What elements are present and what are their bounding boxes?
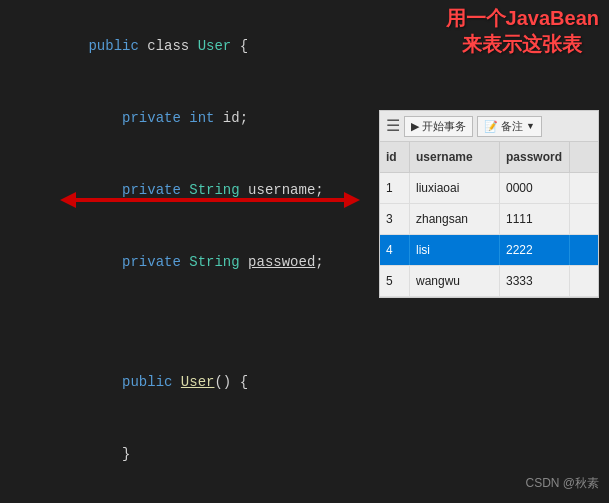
- database-table: ☰ ▶ 开始事务 📝 备注 ▼ id username password 1 l…: [379, 110, 599, 298]
- code-line-8: }: [0, 418, 609, 490]
- cell-password: 2222: [500, 235, 570, 265]
- arrow-indicator: [60, 188, 360, 212]
- start-transaction-label: 开始事务: [422, 119, 466, 134]
- line-text: private int id;: [28, 82, 248, 154]
- line-text: [28, 298, 46, 322]
- line-text: }: [28, 418, 130, 490]
- cell-username: zhangsan: [410, 204, 500, 234]
- table-header: id username password: [380, 142, 598, 173]
- cell-username: lisi: [410, 235, 500, 265]
- code-editor: public class User { private int id; priv…: [0, 0, 609, 503]
- svg-marker-0: [60, 192, 76, 208]
- code-line-6: [0, 322, 609, 346]
- cell-username: wangwu: [410, 266, 500, 296]
- svg-rect-1: [76, 198, 344, 202]
- cell-id: 3: [380, 204, 410, 234]
- cell-password: 1111: [500, 204, 570, 234]
- table-row[interactable]: 1 liuxiaoai 0000: [380, 173, 598, 204]
- col-header-id: id: [380, 142, 410, 172]
- col-header-password: password: [500, 142, 570, 172]
- cell-password: 3333: [500, 266, 570, 296]
- col-header-username: username: [410, 142, 500, 172]
- code-line-9: [0, 490, 609, 503]
- line-text: [28, 490, 46, 503]
- db-toolbar: ☰ ▶ 开始事务 📝 备注 ▼: [380, 111, 598, 142]
- watermark: CSDN @秋素: [525, 471, 599, 495]
- table-row[interactable]: 3 zhangsan 1111: [380, 204, 598, 235]
- line-text: [28, 322, 46, 346]
- code-line-5: [0, 298, 609, 322]
- table-row-selected[interactable]: 4 lisi 2222: [380, 235, 598, 266]
- dropdown-arrow-icon: ▼: [526, 121, 535, 131]
- start-transaction-button[interactable]: ▶ 开始事务: [404, 116, 473, 137]
- annotation-text: 用一个JavaBean 来表示这张表: [446, 5, 599, 57]
- cell-password: 0000: [500, 173, 570, 203]
- code-line-7: public User() {: [0, 346, 609, 418]
- notes-icon: 📝: [484, 120, 498, 133]
- transaction-icon: ▶: [411, 120, 419, 133]
- svg-marker-2: [344, 192, 360, 208]
- cell-id: 1: [380, 173, 410, 203]
- line-text: public User() {: [28, 346, 248, 418]
- line-text: private String passwoed;: [28, 226, 324, 298]
- notes-label: 备注: [501, 119, 523, 134]
- menu-icon: ☰: [386, 114, 400, 138]
- table-row[interactable]: 5 wangwu 3333: [380, 266, 598, 297]
- cell-id: 5: [380, 266, 410, 296]
- cell-username: liuxiaoai: [410, 173, 500, 203]
- line-text: public class User {: [28, 10, 248, 82]
- notes-button[interactable]: 📝 备注 ▼: [477, 116, 542, 137]
- cell-id: 4: [380, 235, 410, 265]
